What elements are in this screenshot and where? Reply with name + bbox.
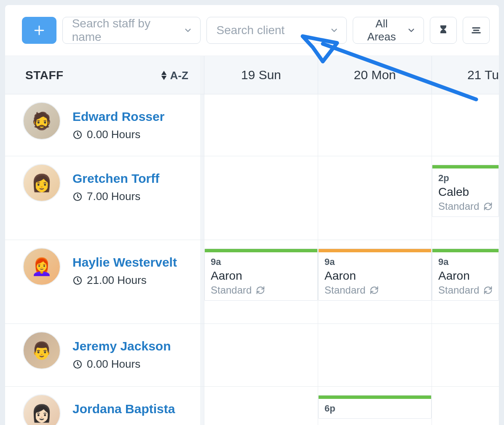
event-time: 2p xyxy=(438,173,493,184)
schedule-cell[interactable] xyxy=(432,324,499,386)
svg-marker-1 xyxy=(161,76,166,80)
hourglass-icon xyxy=(437,24,449,36)
staff-hours: 0.00 Hours xyxy=(72,128,164,141)
event-type: Standard xyxy=(438,200,479,212)
schedule-cell[interactable] xyxy=(318,324,432,386)
add-button[interactable] xyxy=(22,17,56,44)
schedule-cell[interactable]: 9a Aaron Standard xyxy=(432,240,499,323)
schedule-cell[interactable]: 6p xyxy=(318,387,432,425)
menu-lines-icon xyxy=(470,24,482,36)
schedule-event[interactable]: 2p Caleb Standard xyxy=(432,165,499,217)
staff-hours: 7.00 Hours xyxy=(72,190,159,203)
staff-name[interactable]: Jeremy Jackson xyxy=(72,339,171,353)
avatar: 👨 xyxy=(23,331,61,369)
day-header[interactable]: 19 Sun xyxy=(204,56,318,94)
event-type: Standard xyxy=(211,284,252,296)
schedule-event[interactable]: 9a Aaron Standard xyxy=(204,249,318,301)
schedule-event[interactable]: 9a Aaron Standard xyxy=(318,249,432,301)
areas-filter-button[interactable]: All Areas xyxy=(353,17,424,44)
toolbar: Search staff by name Search client All A… xyxy=(5,5,499,56)
schedule-cell[interactable] xyxy=(204,387,318,425)
event-time: 9a xyxy=(211,257,311,267)
avatar: 👩‍🦰 xyxy=(23,248,61,286)
schedule-cell[interactable] xyxy=(204,156,318,240)
schedule-cell[interactable] xyxy=(204,324,318,386)
search-staff-placeholder: Search staff by name xyxy=(72,17,175,44)
header-row: STAFF A-Z 19 Sun 20 Mon 21 Tu xyxy=(5,56,499,94)
staff-row: 🧔 Edward Rosser 0.00 Hours xyxy=(5,94,499,156)
event-time: 9a xyxy=(438,257,493,267)
schedule-cell[interactable] xyxy=(432,94,499,156)
avatar: 🧔 xyxy=(23,102,61,140)
clock-icon xyxy=(72,130,83,140)
schedule-event[interactable]: 9a Aaron Standard xyxy=(432,249,499,301)
event-time: 9a xyxy=(324,257,425,267)
event-client: Aaron xyxy=(438,269,493,283)
staff-hours: 0.00 Hours xyxy=(72,358,171,371)
day-header[interactable]: 21 Tu xyxy=(432,56,499,94)
staff-name[interactable]: Gretchen Torff xyxy=(72,171,159,186)
schedule-cell[interactable] xyxy=(204,94,318,156)
repeat-icon xyxy=(256,286,265,295)
schedule-rows: 🧔 Edward Rosser 0.00 Hours xyxy=(5,94,499,425)
staff-name[interactable]: Edward Rosser xyxy=(72,110,164,124)
event-type: Standard xyxy=(324,284,365,296)
repeat-icon xyxy=(483,286,493,295)
search-staff-select[interactable]: Search staff by name xyxy=(62,17,201,44)
schedule-cell[interactable]: 9a Aaron Standard xyxy=(204,240,318,323)
areas-filter-label: All Areas xyxy=(361,17,402,43)
sort-label: A-Z xyxy=(170,69,188,82)
schedule-cell[interactable]: 9a Aaron Standard xyxy=(318,240,432,323)
event-client: Aaron xyxy=(211,269,311,283)
event-client: Caleb xyxy=(438,185,493,199)
schedule-cell[interactable]: 2p Caleb Standard xyxy=(432,156,499,240)
staff-row: 👩 Gretchen Torff 7.00 Hours xyxy=(5,156,499,240)
avatar: 👩 xyxy=(23,164,61,202)
sort-control[interactable]: A-Z xyxy=(161,69,188,82)
clock-icon xyxy=(72,275,83,286)
event-client: Aaron xyxy=(324,269,425,283)
staff-column-title: STAFF xyxy=(25,69,64,82)
event-type: Standard xyxy=(438,284,479,296)
day-header[interactable]: 20 Mon xyxy=(318,56,432,94)
hourglass-button[interactable] xyxy=(430,17,457,44)
repeat-icon xyxy=(483,202,493,211)
search-client-select[interactable]: Search client xyxy=(206,17,347,44)
chevron-down-icon xyxy=(330,26,339,35)
repeat-icon xyxy=(370,286,379,295)
staff-row: 👩🏻 Jordana Baptista 6p xyxy=(5,387,499,425)
clock-icon xyxy=(72,359,83,369)
clock-icon xyxy=(72,192,83,202)
avatar: 👩🏻 xyxy=(23,394,61,425)
schedule-cell[interactable] xyxy=(318,94,432,156)
staff-hours: 21.00 Hours xyxy=(72,274,177,287)
schedule-cell[interactable] xyxy=(318,156,432,240)
chevron-down-icon xyxy=(183,26,193,35)
chevron-down-icon xyxy=(407,26,416,35)
menu-button[interactable] xyxy=(463,17,490,44)
svg-marker-0 xyxy=(161,71,166,75)
staff-row: 👩‍🦰 Haylie Westervelt 21.00 Hours xyxy=(5,240,499,324)
staff-name[interactable]: Jordana Baptista xyxy=(72,402,175,416)
schedule-event[interactable]: 6p xyxy=(318,395,432,419)
event-time: 6p xyxy=(324,403,425,414)
sort-arrows-icon xyxy=(161,71,167,80)
staff-name[interactable]: Haylie Westervelt xyxy=(72,255,177,270)
schedule-cell[interactable] xyxy=(432,387,499,425)
search-client-placeholder: Search client xyxy=(216,24,284,37)
staff-row: 👨 Jeremy Jackson 0.00 Hours xyxy=(5,324,499,387)
